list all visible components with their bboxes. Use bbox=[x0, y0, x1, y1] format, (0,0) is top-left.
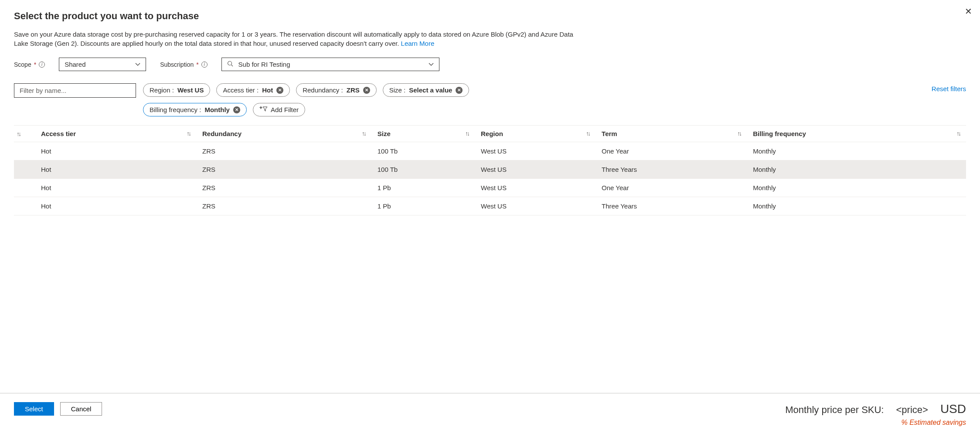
svg-line-1 bbox=[231, 65, 233, 67]
cell-billing: Monthly bbox=[747, 197, 966, 215]
table-row[interactable]: HotZRS1 PbWest USOne YearMonthly bbox=[14, 179, 966, 197]
cell-billing: Monthly bbox=[747, 142, 966, 160]
pill-label: Size : bbox=[389, 86, 406, 94]
row-select-cell bbox=[14, 197, 35, 215]
chevron-down-icon bbox=[135, 61, 140, 68]
scope-dropdown[interactable]: Shared bbox=[59, 58, 146, 71]
filter-name-input[interactable] bbox=[14, 83, 136, 98]
cell-billing: Monthly bbox=[747, 160, 966, 179]
filter-pill-region[interactable]: Region : West US bbox=[143, 83, 210, 97]
cell-redundancy: ZRS bbox=[196, 160, 371, 179]
add-filter-label: Add Filter bbox=[271, 106, 299, 113]
pill-value: West US bbox=[177, 86, 204, 94]
cell-size: 1 Pb bbox=[371, 179, 475, 197]
filter-pill-access-tier[interactable]: Access tier : Hot ✕ bbox=[216, 83, 290, 97]
subscription-value: Sub for RI Testing bbox=[238, 61, 290, 68]
subscription-value-wrap: Sub for RI Testing bbox=[227, 61, 290, 68]
cell-region: West US bbox=[475, 160, 595, 179]
scope-label-group: Scope * i bbox=[14, 61, 45, 68]
cell-redundancy: ZRS bbox=[196, 179, 371, 197]
col-redundancy[interactable]: Redundancy↑↓ bbox=[196, 126, 371, 142]
row-sort-header[interactable]: ↑↓ bbox=[14, 126, 35, 142]
cell-region: West US bbox=[475, 197, 595, 215]
purchase-panel: ✕ Select the product you want to purchas… bbox=[0, 0, 980, 226]
cell-region: West US bbox=[475, 179, 595, 197]
chevron-down-icon bbox=[429, 61, 434, 68]
close-icon[interactable]: ✕ bbox=[965, 6, 972, 17]
cell-term: One Year bbox=[595, 179, 747, 197]
page-description: Save on your Azure data storage cost by … bbox=[14, 30, 581, 48]
cell-access-tier: Hot bbox=[35, 197, 196, 215]
row-select-cell bbox=[14, 142, 35, 160]
sort-icon: ↑↓ bbox=[17, 130, 20, 137]
pill-label: Access tier : bbox=[223, 86, 259, 94]
clear-icon[interactable]: ✕ bbox=[456, 87, 463, 94]
col-term[interactable]: Term↑↓ bbox=[595, 126, 747, 142]
col-billing[interactable]: Billing frequency↑↓ bbox=[747, 126, 966, 142]
required-asterisk: * bbox=[196, 61, 198, 68]
sort-icon: ↑↓ bbox=[465, 130, 469, 137]
products-table: ↑↓ Access tier↑↓ Redundancy↑↓ Size↑↓ Reg… bbox=[14, 125, 966, 215]
filters-row: Region : West US Access tier : Hot ✕ Red… bbox=[14, 83, 966, 116]
sort-icon: ↑↓ bbox=[737, 130, 741, 137]
filter-pill-redundancy[interactable]: Redundancy : ZRS ✕ bbox=[296, 83, 377, 97]
cell-size: 100 Tb bbox=[371, 142, 475, 160]
row-select-cell bbox=[14, 160, 35, 179]
scope-value: Shared bbox=[65, 61, 85, 68]
pill-value: Select a value bbox=[409, 86, 452, 94]
scope-label: Scope bbox=[14, 61, 31, 68]
info-icon[interactable]: i bbox=[39, 61, 45, 68]
clear-icon[interactable]: ✕ bbox=[233, 106, 240, 113]
cell-redundancy: ZRS bbox=[196, 197, 371, 215]
sort-icon: ↑↓ bbox=[956, 130, 960, 137]
reset-filters-link[interactable]: Reset filters bbox=[932, 85, 966, 92]
subscription-label-group: Subscription * i bbox=[160, 61, 208, 68]
col-size[interactable]: Size↑↓ bbox=[371, 126, 475, 142]
page-title: Select the product you want to purchase bbox=[14, 10, 966, 22]
pill-label: Redundancy : bbox=[303, 86, 343, 94]
table-row[interactable]: HotZRS100 TbWest USThree YearsMonthly bbox=[14, 160, 966, 179]
table-row[interactable]: HotZRS1 PbWest USThree YearsMonthly bbox=[14, 197, 966, 215]
cell-billing: Monthly bbox=[747, 179, 966, 197]
row-select-cell bbox=[14, 179, 35, 197]
pill-value: ZRS bbox=[347, 86, 360, 94]
svg-text:+: + bbox=[259, 106, 262, 111]
search-icon bbox=[227, 61, 235, 68]
sort-icon: ↑↓ bbox=[187, 130, 190, 137]
sort-icon: ↑↓ bbox=[586, 130, 589, 137]
form-row: Scope * i Shared Subscription * i Sub fo… bbox=[14, 58, 966, 71]
subscription-label: Subscription bbox=[160, 61, 194, 68]
learn-more-link[interactable]: Learn More bbox=[401, 40, 435, 47]
description-text: Save on your Azure data storage cost by … bbox=[14, 31, 573, 47]
required-asterisk: * bbox=[34, 61, 36, 68]
add-filter-icon: + bbox=[259, 106, 267, 113]
cell-size: 100 Tb bbox=[371, 160, 475, 179]
add-filter-button[interactable]: + Add Filter bbox=[253, 103, 305, 116]
cell-term: One Year bbox=[595, 142, 747, 160]
table-row[interactable]: HotZRS100 TbWest USOne YearMonthly bbox=[14, 142, 966, 160]
cell-access-tier: Hot bbox=[35, 179, 196, 197]
sort-icon: ↑↓ bbox=[362, 130, 365, 137]
cell-access-tier: Hot bbox=[35, 160, 196, 179]
pill-label: Region : bbox=[150, 86, 174, 94]
cell-term: Three Years bbox=[595, 160, 747, 179]
filter-pill-billing-frequency[interactable]: Billing frequency : Monthly ✕ bbox=[143, 103, 247, 116]
cell-access-tier: Hot bbox=[35, 142, 196, 160]
cell-term: Three Years bbox=[595, 197, 747, 215]
pill-label: Billing frequency : bbox=[150, 106, 201, 113]
svg-point-0 bbox=[228, 61, 231, 65]
subscription-dropdown[interactable]: Sub for RI Testing bbox=[221, 58, 439, 71]
cell-redundancy: ZRS bbox=[196, 142, 371, 160]
pill-value: Hot bbox=[262, 86, 273, 94]
cell-size: 1 Pb bbox=[371, 197, 475, 215]
clear-icon[interactable]: ✕ bbox=[363, 87, 370, 94]
col-region[interactable]: Region↑↓ bbox=[475, 126, 595, 142]
filter-pills: Region : West US Access tier : Hot ✕ Red… bbox=[143, 83, 535, 116]
pill-value: Monthly bbox=[204, 106, 230, 113]
col-access-tier[interactable]: Access tier↑↓ bbox=[35, 126, 196, 142]
cell-region: West US bbox=[475, 142, 595, 160]
info-icon[interactable]: i bbox=[201, 61, 208, 68]
filter-pill-size[interactable]: Size : Select a value ✕ bbox=[383, 83, 470, 97]
table-header-row: ↑↓ Access tier↑↓ Redundancy↑↓ Size↑↓ Reg… bbox=[14, 126, 966, 142]
clear-icon[interactable]: ✕ bbox=[276, 87, 283, 94]
